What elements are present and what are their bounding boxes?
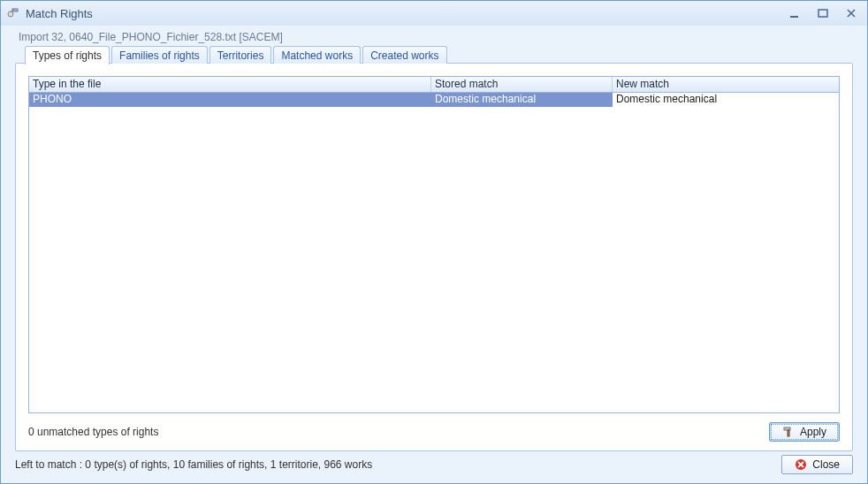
tab-families-of-rights[interactable]: Families of rights [111,46,208,64]
close-label: Close [812,458,840,471]
svg-point-0 [8,11,13,17]
apply-label: Apply [800,426,826,438]
content-area: Import 32, 0640_File_PHONO_Fichier_528.t… [1,26,867,483]
cell-new-match[interactable]: Domestic mechanical [613,93,839,107]
data-table: Type in the file Stored match New match … [28,76,840,413]
svg-rect-8 [788,430,789,436]
match-status: Left to match : 0 type(s) of rights, 10 … [15,458,372,471]
tab-label: Created works [370,49,438,62]
tab-panel: Types of rights Families of rights Terri… [15,63,853,451]
table-header: Type in the file Stored match New match [29,77,839,93]
tab-matched-works[interactable]: Matched works [273,46,361,64]
window-controls [784,6,862,20]
close-window-button[interactable] [841,6,862,20]
unmatched-status: 0 unmatched types of rights [28,426,158,438]
tab-created-works[interactable]: Created works [362,46,446,64]
apply-button[interactable]: Apply [769,422,840,442]
tab-label: Families of rights [119,49,200,62]
window-title: Match Rights [26,7,784,20]
titlebar: Match Rights [1,1,867,26]
import-subtitle: Import 32, 0640_File_PHONO_Fichier_528.t… [1,26,867,45]
maximize-button[interactable] [812,6,834,20]
table-row[interactable]: PHONO Domestic mechanical Domestic mecha… [29,93,839,107]
close-button[interactable]: Close [781,455,853,474]
panel-footer: 0 unmatched types of rights Apply [28,413,840,442]
panel-inner: Type in the file Stored match New match … [16,64,852,450]
tab-label: Matched works [281,49,353,62]
svg-rect-3 [790,16,798,18]
cell-stored-match: Domestic mechanical [431,93,613,107]
tab-label: Types of rights [33,49,102,62]
window: Match Rights Import 32, 0640_File_PHONO_… [0,0,868,484]
tab-types-of-rights[interactable]: Types of rights [25,46,110,64]
cell-type-in-file: PHONO [29,93,431,107]
svg-rect-4 [819,10,827,17]
close-icon [795,458,807,471]
tab-strip: Types of rights Families of rights Terri… [25,46,447,64]
col-new-match[interactable]: New match [613,77,839,92]
minimize-button[interactable] [784,6,805,20]
col-type-in-file[interactable]: Type in the file [29,77,431,92]
hammer-icon [782,426,795,438]
tab-label: Territories [217,49,264,62]
table-body[interactable]: PHONO Domestic mechanical Domestic mecha… [29,93,839,412]
bottom-bar: Left to match : 0 type(s) of rights, 10 … [15,455,853,474]
col-stored-match[interactable]: Stored match [431,77,613,92]
app-icon [6,6,20,20]
tab-territories[interactable]: Territories [209,46,272,64]
